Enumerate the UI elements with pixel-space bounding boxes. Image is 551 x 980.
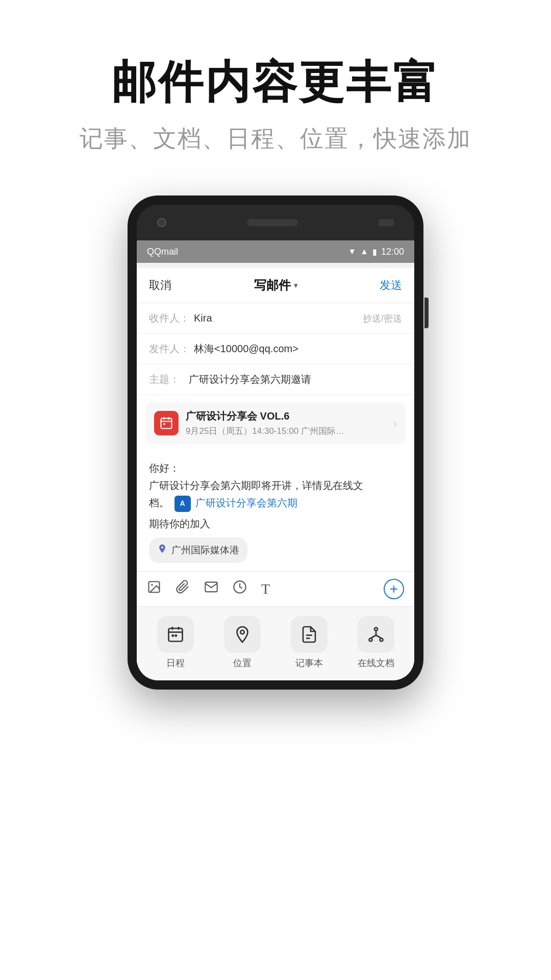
side-button [424, 298, 429, 328]
svg-line-21 [370, 635, 376, 638]
action-calendar[interactable]: 日程 [150, 616, 201, 669]
to-field: 收件人： Kira 抄送/密送 [137, 303, 414, 334]
image-icon[interactable] [147, 580, 161, 598]
phone-sensor [379, 219, 394, 226]
phone-notch [137, 205, 414, 240]
calendar-card-arrow: › [393, 418, 397, 429]
doc-icon: A [174, 496, 191, 512]
notes-action-icon [291, 616, 328, 653]
text-format-icon[interactable]: T [261, 581, 270, 597]
compose-title: 写邮件 ▾ [254, 277, 297, 293]
wifi-icon: ▼ [348, 247, 356, 256]
svg-rect-4 [163, 423, 165, 425]
body-greeting: 你好： [149, 459, 402, 477]
svg-point-14 [240, 630, 244, 634]
status-time: 12:00 [381, 247, 404, 257]
front-camera [157, 218, 166, 227]
body-expectation: 期待你的加入 [149, 515, 402, 532]
svg-point-19 [380, 638, 383, 641]
battery-icon: ▮ [372, 247, 377, 257]
calendar-card-icon [154, 411, 179, 435]
status-bar: QQmail ▼ ▲ ▮ 12:00 [137, 240, 414, 263]
action-location[interactable]: 位置 [217, 616, 268, 669]
from-label: 发件人： [149, 342, 190, 356]
svg-rect-13 [174, 634, 177, 637]
calendar-card-detail: 9月25日（周五）14:30-15:00 广州国际… [186, 425, 386, 437]
svg-point-18 [369, 638, 372, 641]
svg-line-22 [376, 635, 382, 638]
clock-icon[interactable] [233, 580, 247, 598]
location-chip-text: 广州国际媒体港 [171, 542, 239, 558]
status-app-name: QQmail [147, 247, 178, 257]
phone-speaker [247, 219, 298, 226]
compose-body[interactable]: 你好： 广研设计分享会第六期即将开讲，详情见在线文 档。 A 广研设计分享会第六… [137, 451, 414, 571]
body-line2-area: 档。 A 广研设计分享会第六期 [149, 494, 402, 512]
status-right: ▼ ▲ ▮ 12:00 [348, 247, 404, 257]
doc-link[interactable]: 广研设计分享会第六期 [195, 497, 297, 508]
phone-mockup: QQmail ▼ ▲ ▮ 12:00 取消 写邮件 ▾ 发送 [0, 195, 551, 690]
compose-toolbar: T + [137, 571, 414, 606]
phone-screen: QQmail ▼ ▲ ▮ 12:00 取消 写邮件 ▾ 发送 [137, 240, 414, 680]
from-field: 发件人： 林海<10000@qq.com> [137, 334, 414, 364]
compose-topbar: 取消 写邮件 ▾ 发送 [137, 268, 414, 303]
hero-subtitle: 记事、文档、日程、位置，快速添加 [0, 123, 551, 155]
subject-field: 主题： 广研设计分享会第六期邀请 [137, 364, 414, 395]
calendar-card-title: 广研设计分享会 VOL.6 [186, 409, 386, 423]
bottom-actions: 日程 位置 [137, 606, 414, 680]
body-line1: 广研设计分享会第六期即将开讲，详情见在线文 [149, 477, 402, 494]
docs-action-icon [358, 616, 394, 653]
add-more-button[interactable]: + [384, 579, 404, 599]
plus-icon: + [390, 581, 398, 597]
cc-bcc-button[interactable]: 抄送/密送 [363, 312, 402, 325]
send-button[interactable]: 发送 [380, 278, 402, 293]
svg-point-6 [151, 584, 153, 586]
compose-container: 取消 写邮件 ▾ 发送 收件人： Kira 抄送/密送 发件人： 林海<10 [137, 268, 414, 680]
toolbar-icons: T [147, 580, 270, 598]
to-value[interactable]: Kira [194, 312, 212, 324]
action-online-docs[interactable]: 在线文档 [350, 616, 402, 669]
hero-section: 邮件内容更丰富 记事、文档、日程、位置，快速添加 [0, 0, 551, 185]
docs-action-label: 在线文档 [358, 657, 394, 669]
notes-action-label: 记事本 [295, 657, 323, 669]
calendar-action-label: 日程 [166, 657, 185, 669]
subject-label: 主题： [149, 373, 185, 386]
location-action-icon [224, 616, 261, 653]
attach-icon[interactable] [176, 580, 190, 598]
svg-point-17 [374, 627, 378, 630]
calendar-card-info: 广研设计分享会 VOL.6 9月25日（周五）14:30-15:00 广州国际… [186, 409, 386, 437]
compose-dropdown-arrow[interactable]: ▾ [294, 281, 297, 289]
svg-rect-12 [171, 634, 174, 637]
from-value[interactable]: 林海<10000@qq.com> [194, 342, 298, 356]
action-notes[interactable]: 记事本 [284, 616, 335, 669]
svg-rect-0 [161, 419, 172, 429]
signal-icon: ▲ [360, 247, 368, 256]
subject-value[interactable]: 广研设计分享会第六期邀请 [189, 373, 311, 386]
hero-title: 邮件内容更丰富 [0, 56, 551, 108]
location-chip[interactable]: 广州国际媒体港 [149, 537, 247, 563]
location-action-label: 位置 [233, 657, 252, 669]
compose-title-text: 写邮件 [254, 277, 291, 293]
cancel-button[interactable]: 取消 [149, 278, 171, 293]
calendar-card[interactable]: 广研设计分享会 VOL.6 9月25日（周五）14:30-15:00 广州国际…… [146, 402, 405, 444]
location-chip-icon [157, 542, 167, 559]
mail-icon[interactable] [204, 580, 218, 598]
to-label: 收件人： [149, 311, 190, 325]
calendar-action-icon [157, 616, 194, 653]
phone-outer: QQmail ▼ ▲ ▮ 12:00 取消 写邮件 ▾ 发送 [128, 195, 423, 690]
